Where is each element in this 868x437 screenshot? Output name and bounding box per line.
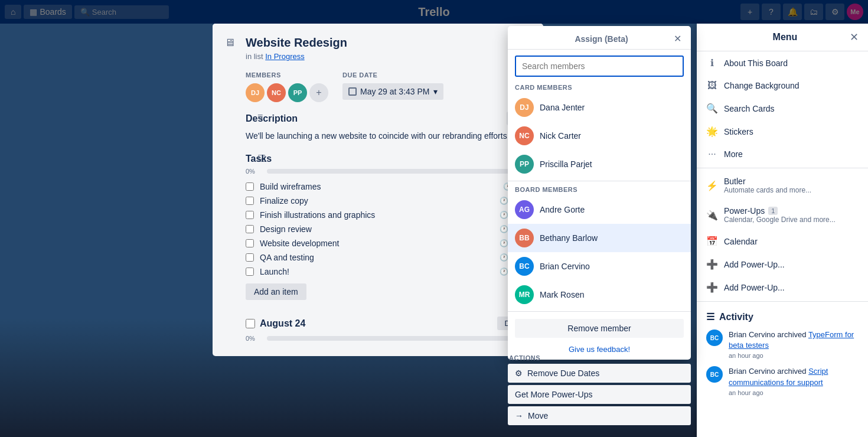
modal-body: MEMBERS DJ NC PP + DUE DATE May 29 at 3:… bbox=[213, 67, 543, 356]
menu-item-search-label: Search Cards bbox=[724, 104, 775, 113]
activity-item-1: BC Brian Cervino archived TypeForm for b… bbox=[706, 330, 859, 359]
august-title: August 24 bbox=[260, 318, 305, 329]
assign-member-dana[interactable]: DJ Dana Jenter bbox=[508, 93, 691, 122]
activity-title: ☰ Activity bbox=[706, 311, 859, 322]
actions-label: ACTIONS bbox=[508, 352, 691, 364]
menu-item-more[interactable]: ··· More bbox=[697, 143, 868, 165]
more-icon: ··· bbox=[706, 149, 718, 159]
board-members-label: BOARD MEMBERS bbox=[508, 184, 691, 195]
item-checkbox-4[interactable] bbox=[246, 225, 254, 233]
item-text-4: Design review bbox=[260, 224, 312, 234]
modal-header: 🖥 Website Redesign in list In Progress ✕ bbox=[213, 24, 543, 67]
modal-subtitle: in list In Progress bbox=[246, 52, 531, 61]
menu-close-button[interactable]: ✕ bbox=[850, 31, 859, 44]
power-ups-badge: 1 bbox=[768, 207, 778, 215]
assign-popup: Assign (Beta) ✕ CARD MEMBERS DJ Dana Jen… bbox=[508, 26, 691, 360]
add-item-button[interactable]: Add an item bbox=[246, 283, 306, 300]
card-modal: 🖥 Website Redesign in list In Progress ✕… bbox=[213, 24, 543, 356]
assign-member-nick[interactable]: NC Nick Carter bbox=[508, 122, 691, 150]
butler-content: Butler Automate cards and more... bbox=[724, 177, 859, 194]
checklist-item: Finish illustrations and graphics 🕐 May … bbox=[246, 208, 534, 222]
assign-avatar-andre: AG bbox=[515, 200, 534, 219]
due-date-checkbox[interactable] bbox=[348, 87, 357, 96]
item-checkbox-2[interactable] bbox=[246, 197, 254, 205]
menu-item-background[interactable]: 🖼 Change Background bbox=[697, 74, 868, 97]
activity-body-2: Brian Cervino archived Script communicat… bbox=[729, 366, 859, 396]
due-date-button[interactable]: May 29 at 3:43 PM ▾ bbox=[342, 83, 443, 100]
add-member-button[interactable]: + bbox=[309, 83, 328, 102]
power-ups-sub: Calendar, Google Drive and more... bbox=[724, 216, 859, 224]
activity-body-1: Brian Cervino archived TypeForm for beta… bbox=[729, 330, 859, 359]
menu-item-butler[interactable]: ⚡ Butler Automate cards and more... bbox=[697, 171, 868, 200]
description-icon: ≡ bbox=[257, 112, 263, 122]
item-text-2: Finalize copy bbox=[260, 196, 308, 206]
divider-1 bbox=[508, 181, 691, 181]
description-header: Description Edit bbox=[246, 112, 534, 125]
activity-time-2: an hour ago bbox=[729, 389, 859, 396]
add-icon-1: ➕ bbox=[706, 259, 718, 270]
assign-popup-close-button[interactable]: ✕ bbox=[674, 33, 681, 44]
item-checkbox-6[interactable] bbox=[246, 253, 254, 262]
get-more-power-ups-button[interactable]: Get More Power-Ups bbox=[508, 385, 691, 404]
assign-member-priscilla[interactable]: PP Priscilla Parjet bbox=[508, 150, 691, 178]
menu-item-power-ups[interactable]: 🔌 Power-Ups 1 Calendar, Google Drive and… bbox=[697, 200, 868, 230]
activity-icon: ☰ bbox=[706, 311, 714, 322]
august-progress-row: 0% bbox=[246, 335, 534, 342]
activity-text-1: Brian Cervino archived TypeForm for beta… bbox=[729, 330, 859, 351]
august-progress-pct: 0% bbox=[246, 335, 262, 342]
assign-name-brian: Brian Cervino bbox=[540, 262, 590, 271]
assign-name-dana: Dana Jenter bbox=[540, 103, 585, 112]
august-section: August 24 Delete bbox=[246, 312, 534, 335]
assign-member-bethany[interactable]: BB Bethany Barlow bbox=[508, 224, 691, 252]
checklist-header: Tasks D bbox=[246, 152, 534, 165]
item-text-7: Launch! bbox=[260, 267, 289, 276]
menu-item-add-power-up-1[interactable]: ➕ Add Power-Up... bbox=[697, 253, 868, 276]
due-date-label: DUE DATE bbox=[342, 71, 443, 79]
search-members-input[interactable] bbox=[515, 56, 684, 77]
menu-item-search[interactable]: 🔍 Search Cards bbox=[697, 97, 868, 120]
menu-item-add-power-up-2[interactable]: ➕ Add Power-Up... bbox=[697, 276, 868, 299]
menu-item-calendar[interactable]: 📅 Calendar bbox=[697, 230, 868, 253]
modal-list-link[interactable]: In Progress bbox=[265, 52, 304, 61]
assign-avatar-bethany: BB bbox=[515, 229, 534, 247]
item-checkbox-7[interactable] bbox=[246, 268, 254, 276]
assign-member-brian[interactable]: BC Brian Cervino bbox=[508, 252, 691, 281]
item-checkbox-1[interactable] bbox=[246, 182, 254, 191]
menu-item-about[interactable]: ℹ About This Board bbox=[697, 51, 868, 74]
checklist-item: Website development 🕐 May 21 bbox=[246, 236, 534, 250]
image-icon: 🖼 bbox=[706, 80, 718, 91]
assign-name-andre: Andre Gorte bbox=[540, 205, 585, 214]
move-button[interactable]: → Move bbox=[508, 406, 691, 425]
activity-section: ☰ Activity BC Brian Cervino archived Typ… bbox=[697, 304, 868, 410]
activity-item-2: BC Brian Cervino archived Script communi… bbox=[706, 366, 859, 396]
butler-title: Butler bbox=[724, 177, 859, 186]
remove-due-dates-button[interactable]: ⚙ Remove Due Dates bbox=[508, 364, 691, 383]
member-avatar-3[interactable]: PP bbox=[288, 83, 307, 102]
member-avatar-2[interactable]: NC bbox=[267, 83, 286, 102]
card-members-label: CARD MEMBERS bbox=[508, 81, 691, 93]
item-checkbox-3[interactable] bbox=[246, 211, 254, 219]
menu-item-about-label: About This Board bbox=[724, 58, 788, 68]
checklist-section: ☑ Tasks D 0% Build wireframes bbox=[246, 152, 534, 300]
power-ups-title-row: Power-Ups 1 bbox=[724, 206, 859, 216]
checklist-item: Build wireframes 🕐 May 6 bbox=[246, 180, 534, 194]
assign-avatar-nick: NC bbox=[515, 126, 534, 145]
calendar-title: Calendar bbox=[724, 237, 859, 246]
assign-member-andre[interactable]: AG Andre Gorte bbox=[508, 195, 691, 224]
assign-name-bethany: Bethany Barlow bbox=[540, 233, 598, 243]
remove-member-button[interactable]: Remove member bbox=[515, 319, 684, 338]
checklist-item: Launch! 🕐 May 29 bbox=[246, 265, 534, 279]
add-power-up-2-label: Add Power-Up... bbox=[724, 283, 785, 292]
assign-avatar-priscilla: PP bbox=[515, 155, 534, 174]
progress-row: 0% bbox=[246, 168, 534, 175]
august-checkbox[interactable] bbox=[246, 319, 255, 328]
member-avatar-1[interactable]: DJ bbox=[246, 83, 265, 102]
search-icon-menu: 🔍 bbox=[706, 103, 718, 114]
add-icon-2: ➕ bbox=[706, 282, 718, 293]
butler-icon: ⚡ bbox=[706, 180, 718, 191]
calendar-content: Calendar bbox=[724, 237, 859, 246]
item-checkbox-5[interactable] bbox=[246, 239, 254, 247]
menu-divider-1 bbox=[697, 168, 868, 168]
menu-item-stickers[interactable]: 🌟 Stickers bbox=[697, 120, 868, 143]
assign-member-mark[interactable]: MR Mark Rosen bbox=[508, 281, 691, 309]
